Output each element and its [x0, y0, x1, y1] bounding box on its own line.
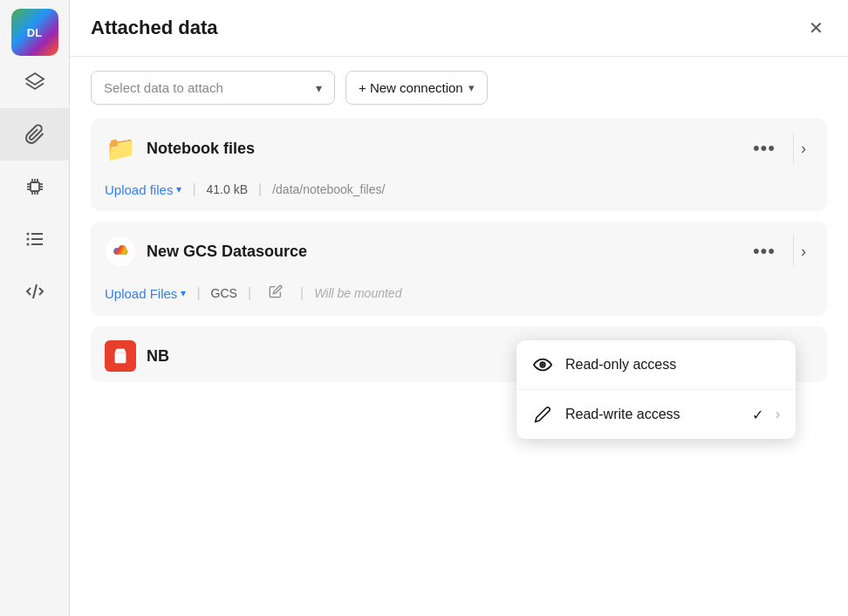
svg-point-19 [26, 243, 29, 246]
dropdown-item-read-only[interactable]: Read-only access [516, 340, 796, 390]
arrow-right-icon: › [776, 407, 780, 422]
datasource-card-notebook-files: 📁 Notebook files ••• › Upload files ▾ | … [91, 119, 827, 211]
card-footer-gcs: Upload Files ▾ | GCS | | Will be mounted [91, 277, 827, 316]
separator-1: | [192, 181, 195, 197]
select-placeholder: Select data to attach [104, 80, 223, 95]
card-title-gcs: New GCS Datasource [147, 243, 735, 261]
card-footer-notebook: Upload files ▾ | 41.0 kB | /data/noteboo… [91, 175, 827, 211]
separator-3: | [196, 285, 200, 301]
sidebar-item-list[interactable] [0, 213, 69, 265]
separator-2: | [258, 181, 262, 197]
upload-files-button-gcs[interactable]: Upload Files ▾ [105, 286, 186, 301]
main-panel: Attached data ✕ Select data to attach ▾ … [70, 0, 848, 616]
chip-icon [24, 176, 45, 197]
dialog-header: Attached data ✕ [70, 0, 848, 57]
card-menu-button-gcs[interactable]: ••• [746, 236, 783, 266]
svg-point-17 [26, 233, 29, 236]
toolbar: Select data to attach ▾ + New connection… [70, 57, 848, 119]
dialog-title: Attached data [91, 17, 217, 39]
gcs-type-label: GCS [211, 286, 237, 300]
edit-button-gcs[interactable] [262, 284, 290, 302]
gcs-icon [105, 236, 136, 267]
upload-files-gcs-chevron-icon: ▾ [181, 287, 186, 299]
svg-line-20 [33, 284, 37, 298]
new-connection-label: + New connection [359, 80, 463, 95]
file-size-notebook: 41.0 kB [207, 182, 248, 196]
pencil-edit-icon [532, 404, 553, 425]
checkmark-icon: ✓ [752, 407, 763, 423]
select-data-dropdown[interactable]: Select data to attach ▾ [91, 71, 335, 105]
eye-icon [532, 354, 553, 375]
read-write-label: Read-write access [565, 407, 740, 422]
card-expand-button-notebook[interactable]: › [793, 133, 813, 164]
access-dropdown-menu: Read-only access Read-write access ✓ › [516, 340, 796, 439]
layers-icon [24, 72, 45, 92]
separator-4: | [248, 285, 251, 301]
mount-text-gcs: Will be mounted [314, 286, 401, 300]
card-expand-button-gcs[interactable]: › [793, 236, 813, 267]
svg-rect-1 [31, 182, 39, 191]
card-title-notebook: Notebook files [147, 140, 735, 158]
pencil-icon [269, 284, 283, 298]
new-connection-button[interactable]: + New connection ▾ [345, 71, 488, 105]
attachment-icon [24, 124, 45, 145]
read-only-label: Read-only access [565, 357, 780, 373]
sidebar: DL [0, 0, 70, 616]
sidebar-item-layers[interactable] [0, 56, 69, 108]
svg-point-18 [26, 238, 29, 241]
sidebar-item-attachment[interactable] [0, 108, 69, 161]
code-icon [24, 281, 45, 302]
card-header-gcs: New GCS Datasource ••• › [91, 222, 827, 277]
svg-point-23 [541, 363, 544, 366]
bucket-icon-nb [105, 340, 136, 372]
folder-icon: 📁 [105, 133, 136, 164]
upload-files-button-notebook[interactable]: Upload files ▾ [105, 182, 181, 197]
svg-marker-0 [26, 73, 44, 85]
datasource-card-gcs: New GCS Datasource ••• › Upload Files ▾ … [91, 222, 827, 316]
chevron-down-icon: ▾ [316, 81, 322, 95]
card-menu-button-notebook[interactable]: ••• [746, 133, 783, 163]
separator-5: | [300, 285, 304, 301]
dropdown-item-read-write[interactable]: Read-write access ✓ › [516, 390, 796, 439]
new-connection-chevron-icon: ▾ [468, 81, 475, 94]
close-button[interactable]: ✕ [805, 14, 827, 42]
upload-files-chevron-icon: ▾ [176, 183, 181, 195]
file-path-notebook: /data/notebook_files/ [272, 182, 385, 196]
sidebar-item-code[interactable] [0, 265, 69, 318]
card-header-notebook: 📁 Notebook files ••• › [91, 119, 827, 175]
sidebar-item-chip[interactable] [0, 161, 69, 213]
list-icon [24, 229, 45, 250]
app-logo: DL [11, 9, 58, 56]
